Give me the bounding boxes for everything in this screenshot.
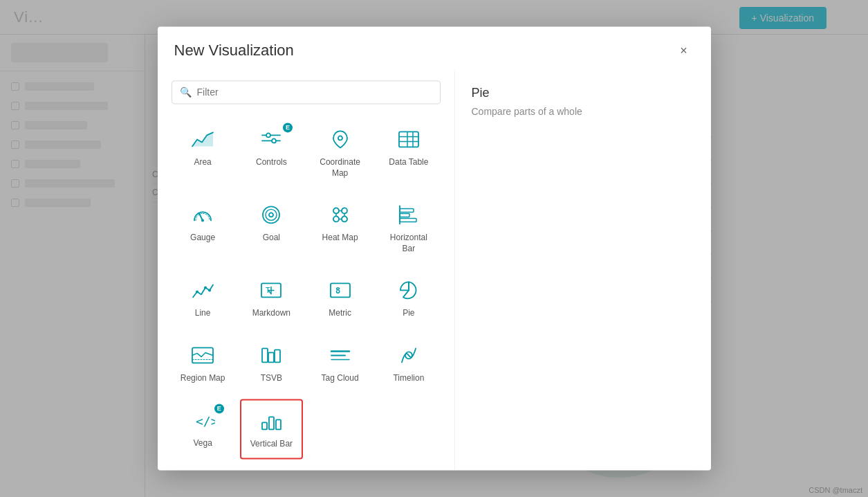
controls-icon xyxy=(257,127,285,152)
chart-type-panel: 🔍 Area E Controls xyxy=(158,69,455,470)
controls-badge: E xyxy=(283,123,293,132)
filter-input-wrap: 🔍 xyxy=(172,80,441,104)
chart-item-area[interactable]: Area xyxy=(172,118,234,188)
svg-rect-25 xyxy=(400,209,414,213)
modal-close-button[interactable]: × xyxy=(674,40,694,61)
data-table-icon xyxy=(395,127,423,152)
svg-text:</>: </> xyxy=(196,414,215,428)
modal-header: New Visualization × xyxy=(158,26,711,69)
modal-title: New Visualization xyxy=(174,42,294,60)
controls-label: Controls xyxy=(256,157,287,168)
svg-point-3 xyxy=(266,133,270,137)
tsvb-label: TSVB xyxy=(261,373,282,384)
svg-point-19 xyxy=(342,217,347,222)
chart-description-panel: Pie Compare parts of a whole xyxy=(455,69,711,470)
timelion-label: Timelion xyxy=(393,373,424,384)
tag-cloud-label: Tag Cloud xyxy=(322,373,359,384)
svg-point-12 xyxy=(201,219,204,222)
line-icon xyxy=(189,278,216,303)
svg-point-17 xyxy=(342,208,347,214)
chart-item-timelion[interactable]: Timelion xyxy=(377,334,440,393)
coordinate-map-label: Coordinate Map xyxy=(315,157,365,179)
region-map-label: Region Map xyxy=(181,373,225,384)
vertical-bar-label: Vertical Bar xyxy=(250,439,293,450)
svg-point-15 xyxy=(269,213,273,217)
svg-rect-40 xyxy=(275,350,280,362)
filter-input[interactable] xyxy=(172,80,441,104)
chart-item-coordinate-map[interactable]: Coordinate Map xyxy=(308,118,371,188)
chart-item-data-table[interactable]: Data Table xyxy=(377,118,440,188)
svg-rect-26 xyxy=(400,214,409,217)
svg-rect-47 xyxy=(269,417,274,429)
area-label: Area xyxy=(194,157,211,168)
area-icon xyxy=(189,127,216,152)
svg-rect-39 xyxy=(268,352,274,362)
pie-label: Pie xyxy=(403,309,414,320)
svg-point-28 xyxy=(196,291,198,293)
data-table-label: Data Table xyxy=(389,157,428,168)
heat-map-label: Heat Map xyxy=(322,233,358,244)
vega-badge: E xyxy=(214,404,224,413)
vertical-bar-icon xyxy=(257,408,285,433)
pie-icon xyxy=(395,278,423,303)
chart-item-vertical-bar[interactable]: Vertical Bar xyxy=(240,399,303,460)
svg-rect-6 xyxy=(399,132,418,147)
svg-point-29 xyxy=(204,287,207,289)
chart-item-markdown[interactable]: T Markdown xyxy=(240,269,303,329)
heat-map-icon xyxy=(326,203,354,228)
selected-chart-name: Pie xyxy=(472,86,694,100)
chart-item-gauge[interactable]: Gauge xyxy=(172,194,234,264)
gauge-icon xyxy=(189,203,216,228)
horizontal-bar-icon xyxy=(395,203,423,228)
chart-item-pie[interactable]: Pie xyxy=(377,269,440,329)
svg-point-5 xyxy=(338,136,342,140)
chart-item-tag-cloud[interactable]: Tag Cloud xyxy=(308,334,371,393)
svg-rect-38 xyxy=(262,348,268,362)
timelion-icon xyxy=(395,343,423,368)
chart-item-metric[interactable]: 8 Metric xyxy=(308,269,371,329)
coordinate-map-icon xyxy=(326,127,354,152)
vega-icon: </> xyxy=(189,408,216,433)
svg-rect-46 xyxy=(262,422,267,429)
vega-label: Vega xyxy=(193,438,212,449)
selected-chart-desc: Compare parts of a whole xyxy=(472,106,694,117)
search-icon: 🔍 xyxy=(180,87,192,98)
metric-label: Metric xyxy=(329,309,351,320)
svg-marker-0 xyxy=(192,132,213,146)
svg-text:8: 8 xyxy=(335,287,340,296)
chart-grid: Area E Controls Coordinate Map xyxy=(172,118,441,459)
svg-point-16 xyxy=(333,208,339,214)
svg-point-18 xyxy=(333,217,339,222)
goal-icon xyxy=(257,203,285,228)
svg-point-4 xyxy=(272,138,276,143)
chart-item-horizontal-bar[interactable]: Horizontal Bar xyxy=(377,194,440,264)
chart-item-goal[interactable]: Goal xyxy=(240,194,303,264)
chart-item-heat-map[interactable]: Heat Map xyxy=(308,194,371,264)
chart-item-vega[interactable]: E </> Vega xyxy=(172,399,234,460)
region-map-icon xyxy=(189,343,216,368)
tsvb-icon xyxy=(257,343,285,368)
metric-icon: 8 xyxy=(326,278,354,303)
chart-item-controls[interactable]: E Controls xyxy=(240,118,303,188)
chart-item-region-map[interactable]: Region Map xyxy=(172,334,234,393)
modal-body: 🔍 Area E Controls xyxy=(158,69,711,470)
line-label: Line xyxy=(195,309,211,320)
markdown-label: Markdown xyxy=(252,309,290,320)
tag-cloud-icon xyxy=(326,343,354,368)
svg-rect-27 xyxy=(400,219,416,222)
markdown-icon: T xyxy=(257,278,285,303)
gauge-label: Gauge xyxy=(190,233,215,244)
new-visualization-modal: New Visualization × 🔍 Area E xyxy=(158,26,711,470)
svg-point-30 xyxy=(208,289,211,292)
chart-item-tsvb[interactable]: TSVB xyxy=(240,334,303,393)
horizontal-bar-label: Horizontal Bar xyxy=(383,233,434,255)
svg-point-14 xyxy=(266,210,277,221)
goal-label: Goal xyxy=(263,233,280,244)
svg-rect-48 xyxy=(276,419,281,429)
chart-item-line[interactable]: Line xyxy=(172,269,234,329)
